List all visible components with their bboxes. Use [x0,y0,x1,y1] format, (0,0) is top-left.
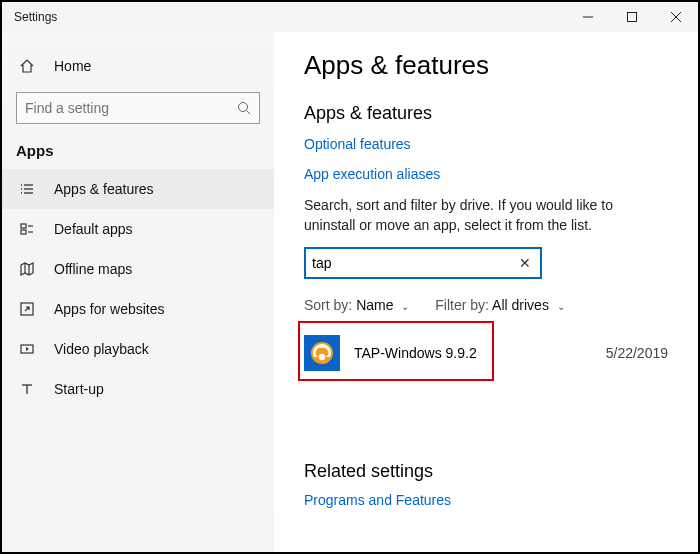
app-list-item[interactable]: TAP-Windows 9.9.2 5/22/2019 [304,325,668,381]
sidebar: Home Apps Apps & features Default apps [2,32,274,552]
filter-value[interactable]: All drives [492,297,549,313]
nav-label: Apps for websites [54,301,165,317]
search-icon [237,101,251,115]
nav-label: Apps & features [54,181,154,197]
chevron-down-icon[interactable]: ⌄ [401,301,409,312]
minimize-button[interactable] [566,2,610,32]
link-programs-features[interactable]: Programs and Features [304,492,451,508]
video-icon [16,341,38,357]
sidebar-section: Apps [2,138,274,169]
titlebar: Settings [2,2,698,32]
maximize-button[interactable] [610,2,654,32]
sort-value[interactable]: Name [356,297,393,313]
home-icon [16,58,38,74]
map-icon [16,261,38,277]
chevron-down-icon[interactable]: ⌄ [557,301,565,312]
nav-video-playback[interactable]: Video playback [2,329,274,369]
link-optional-features[interactable]: Optional features [304,136,411,152]
startup-icon [16,381,38,397]
nav-default-apps[interactable]: Default apps [2,209,274,249]
window-controls [566,2,698,32]
nav-label: Video playback [54,341,149,357]
defaults-icon [16,221,38,237]
app-name: TAP-Windows 9.9.2 [354,345,477,361]
home-label: Home [54,58,91,74]
related-heading: Related settings [304,461,668,482]
nav-apps-websites[interactable]: Apps for websites [2,289,274,329]
svg-point-23 [319,354,325,360]
link-app-execution-aliases[interactable]: App execution aliases [304,166,440,182]
open-icon [16,301,38,317]
nav-label: Default apps [54,221,133,237]
svg-rect-13 [21,230,26,234]
search-input[interactable] [25,100,237,116]
nav-startup[interactable]: Start-up [2,369,274,409]
description-text: Search, sort and filter by drive. If you… [304,196,664,235]
app-search-input[interactable] [312,255,516,271]
app-search-field[interactable]: ✕ [304,247,542,279]
app-icon [304,335,340,371]
window-title: Settings [14,10,57,24]
nav-offline-maps[interactable]: Offline maps [2,249,274,289]
sort-filter-row: Sort by: Name ⌄ Filter by: All drives ⌄ [304,297,668,313]
content-pane: Apps & features Apps & features Optional… [274,32,698,552]
nav-label: Start-up [54,381,104,397]
app-install-date: 5/22/2019 [606,345,668,361]
list-icon [16,181,38,197]
page-title: Apps & features [304,50,668,81]
svg-rect-12 [21,224,26,228]
section-heading: Apps & features [304,103,668,124]
svg-rect-1 [628,13,637,22]
filter-label: Filter by: [435,297,489,313]
close-button[interactable] [654,2,698,32]
svg-point-4 [239,103,248,112]
sort-label: Sort by: [304,297,352,313]
home-nav[interactable]: Home [2,46,274,86]
svg-line-5 [247,111,251,115]
nav-label: Offline maps [54,261,132,277]
nav-apps-features[interactable]: Apps & features [2,169,274,209]
sidebar-search[interactable] [16,92,260,124]
clear-icon[interactable]: ✕ [516,255,534,271]
